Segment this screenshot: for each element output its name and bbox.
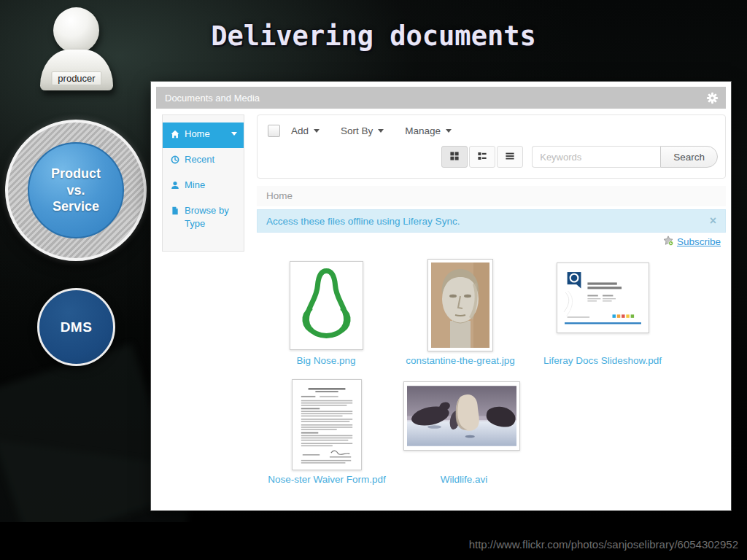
constantine-image	[431, 262, 489, 348]
documents-and-media-screenshot: Documents and Media Home Recent	[151, 82, 731, 510]
clock-icon	[171, 155, 179, 168]
caret-down-icon	[446, 129, 452, 133]
waiver-document-image	[295, 383, 358, 467]
subscribe-star-icon	[663, 236, 673, 248]
sidebar-item-label: Mine	[185, 179, 205, 192]
icon-view-button[interactable]	[441, 146, 468, 168]
sidebar-item-recent[interactable]: Recent	[163, 148, 244, 174]
file-thumbnail-constantine[interactable]	[427, 259, 493, 351]
navigation-sidebar: Home Recent Mine Browse by Type	[162, 114, 244, 252]
list-view-button[interactable]	[497, 146, 523, 168]
caret-down-icon	[314, 129, 320, 133]
sidebar-item-label: Home	[185, 128, 210, 141]
menu-icon	[505, 151, 515, 163]
breadcrumb[interactable]: Home	[257, 186, 726, 206]
big-nose-image	[293, 265, 360, 346]
liferay-sync-banner: Access these files offline using Liferay…	[257, 209, 726, 233]
producer-label: producer	[51, 71, 101, 85]
product-vs-service-inner: Product vs. Service	[28, 142, 124, 238]
file-thumbnail-big-nose[interactable]	[290, 261, 363, 350]
portlet-title: Documents and Media	[156, 93, 260, 104]
avatar-head	[53, 7, 99, 53]
dms-label: DMS	[61, 319, 93, 335]
file-name-label[interactable]: Liferay Docs Slideshow.pdf	[543, 355, 662, 366]
sidebar-item-label: Recent	[185, 153, 214, 167]
caret-down-icon	[378, 129, 384, 133]
sort-by-menu-button[interactable]: Sort By	[341, 125, 384, 136]
subscribe-link[interactable]: Subscribe	[663, 236, 721, 248]
slide-background: Delivering documents producer Product vs…	[0, 0, 747, 560]
list-icon	[477, 151, 487, 163]
select-all-checkbox[interactable]	[268, 125, 280, 137]
manage-menu-button[interactable]: Manage	[405, 125, 452, 136]
sidebar-item-home[interactable]: Home	[163, 122, 244, 148]
document-icon	[171, 206, 179, 219]
user-icon	[171, 180, 179, 194]
file-thumbnail-waiver-form[interactable]	[292, 379, 362, 470]
add-menu-button[interactable]: Add	[291, 125, 320, 136]
actions-toolbar: Add Sort By Manage	[257, 114, 726, 179]
portlet-header: Documents and Media	[156, 87, 726, 109]
file-name-label[interactable]: Big Nose.png	[296, 355, 355, 366]
keywords-search-input[interactable]	[532, 146, 660, 168]
file-name-label[interactable]: Nose-ster Waiver Form.pdf	[268, 474, 386, 485]
breadcrumb-home: Home	[266, 190, 293, 201]
product-vs-service-bubble: Product vs. Service	[5, 120, 147, 261]
home-icon	[171, 129, 179, 143]
pvs-line3: Service	[53, 198, 99, 215]
sort-by-menu-label: Sort By	[341, 125, 373, 136]
pvs-line1: Product	[51, 166, 101, 182]
search-button[interactable]: Search	[660, 146, 718, 168]
photo-credit-url: http://www.flickr.com/photos/sanjoselibr…	[469, 538, 738, 551]
producer-avatar: producer	[32, 4, 120, 95]
avatar-body: producer	[40, 50, 113, 90]
file-name-label[interactable]: constantine-the-great.jpg	[406, 355, 514, 366]
liferay-slide-image	[560, 266, 646, 330]
dms-bubble: DMS	[37, 288, 115, 366]
pvs-line2: vs.	[66, 182, 85, 199]
file-thumbnail-liferay-slideshow[interactable]	[557, 262, 649, 333]
add-menu-label: Add	[291, 125, 309, 136]
descriptive-view-button[interactable]	[469, 146, 495, 168]
gear-icon[interactable]	[706, 92, 719, 104]
file-thumbnail-wildlife[interactable]	[403, 381, 520, 451]
grid-icon	[449, 151, 460, 163]
sidebar-item-label: Browse by Type	[185, 204, 237, 232]
close-icon[interactable]: ×	[710, 215, 716, 227]
caret-down-icon	[231, 132, 237, 136]
file-name-label[interactable]: Wildlife.avi	[441, 474, 488, 485]
manage-menu-label: Manage	[405, 125, 441, 136]
subscribe-label: Subscribe	[677, 236, 721, 247]
wildlife-video-image	[407, 385, 516, 447]
sidebar-item-mine[interactable]: Mine	[163, 174, 244, 199]
sidebar-item-browse-by-type[interactable]: Browse by Type	[163, 199, 244, 237]
banner-text: Access these files offline using Liferay…	[266, 216, 460, 227]
